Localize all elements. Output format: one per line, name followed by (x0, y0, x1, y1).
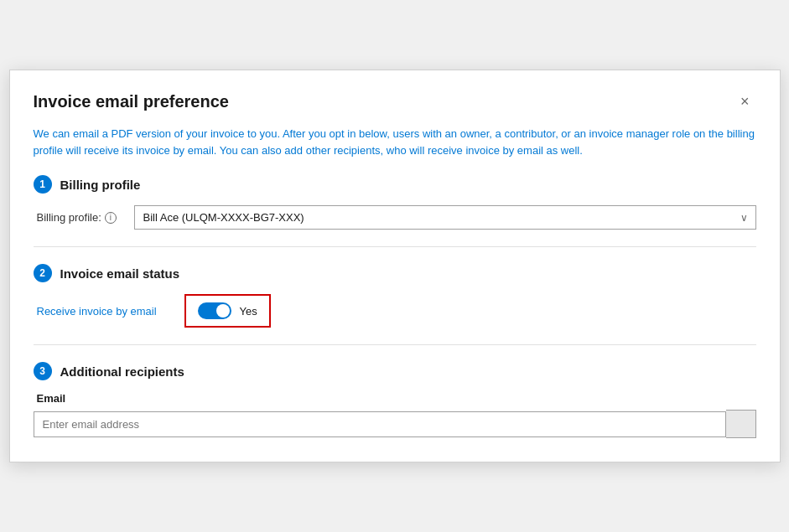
dialog-header: Invoice email preference × (34, 90, 756, 112)
dialog-title: Invoice email preference (34, 92, 229, 111)
description-text: We can email a PDF version of your invoi… (34, 126, 756, 158)
section-additional-recipients: 3 Additional recipients Email (34, 362, 756, 438)
section2-number: 2 (34, 264, 52, 282)
toggle-field-label: Receive invoice by email (37, 305, 171, 318)
section-invoice-status: 2 Invoice email status Receive invoice b… (34, 264, 756, 328)
section3-header: 3 Additional recipients (34, 362, 756, 380)
billing-profile-row: Billing profile: i Bill Ace (ULQM-XXXX-B… (34, 205, 756, 230)
section1-number: 1 (34, 175, 52, 194)
toggle-switch[interactable] (198, 302, 231, 319)
email-input[interactable] (34, 411, 726, 437)
section1-header: 1 Billing profile (34, 175, 756, 194)
email-input-row (34, 410, 756, 438)
divider-2 (34, 344, 756, 345)
email-input-end-decoration (726, 410, 756, 438)
section2-header: 2 Invoice email status (34, 264, 756, 282)
toggle-highlight-box: Yes (184, 294, 271, 328)
toggle-thumb (216, 304, 230, 318)
billing-profile-select-wrapper: Bill Ace (ULQM-XXXX-BG7-XXX) ∨ (134, 205, 756, 230)
section1-title: Billing profile (60, 178, 141, 192)
close-button[interactable]: × (734, 90, 756, 112)
invoice-email-dialog: Invoice email preference × We can email … (9, 70, 781, 462)
section3-title: Additional recipients (60, 364, 184, 379)
section2-title: Invoice email status (60, 266, 180, 281)
billing-profile-info-icon[interactable]: i (105, 212, 117, 224)
billing-profile-select[interactable]: Bill Ace (ULQM-XXXX-BG7-XXX) (134, 205, 756, 230)
toggle-track (198, 302, 231, 319)
billing-profile-label: Billing profile: i (37, 211, 121, 224)
section-billing-profile: 1 Billing profile Billing profile: i Bil… (34, 175, 756, 230)
toggle-yes-label: Yes (240, 305, 257, 318)
email-field-label: Email (34, 392, 756, 405)
toggle-row: Receive invoice by email Yes (34, 294, 756, 328)
divider-1 (34, 246, 756, 247)
section3-number: 3 (34, 362, 52, 380)
